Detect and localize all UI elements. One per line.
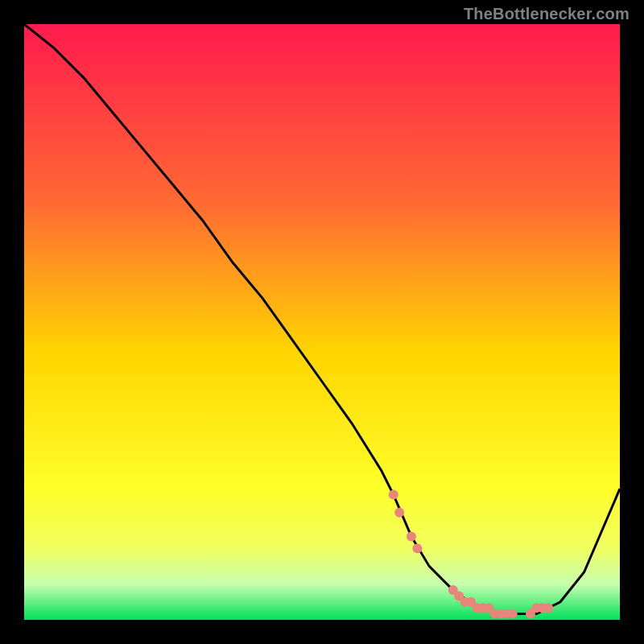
curve-marker — [543, 603, 553, 613]
curve-marker — [412, 543, 422, 553]
bottleneck-chart — [24, 24, 620, 620]
curve-marker — [407, 531, 416, 541]
plot-area — [24, 24, 620, 620]
attribution-label: TheBottlenecker.com — [464, 5, 630, 23]
chart-frame: TheBottlenecker.com — [0, 0, 644, 644]
curve-marker — [508, 609, 518, 619]
curve-marker — [394, 508, 404, 518]
curve-marker — [389, 490, 398, 500]
